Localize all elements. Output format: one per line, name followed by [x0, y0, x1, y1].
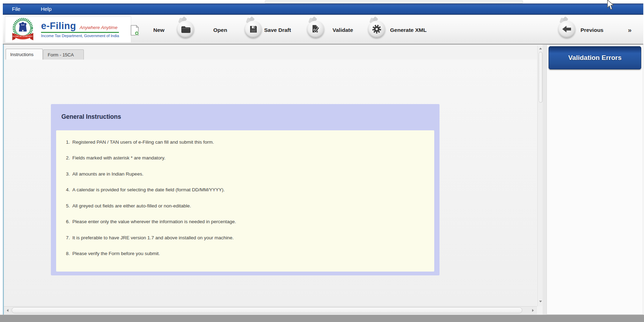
- validation-errors-title: Validation Errors: [568, 54, 622, 62]
- bottom-status-bar: [0, 315, 644, 322]
- scroll-right-arrow[interactable]: [530, 308, 536, 313]
- scroll-left-arrow[interactable]: [5, 308, 10, 313]
- app-window: File Help INCOME TAX DEPARTMENT: [0, 0, 644, 322]
- toolbar-overflow-chevron[interactable]: »: [628, 26, 631, 34]
- income-tax-emblem-icon: INCOME TAX DEPARTMENT: [9, 17, 36, 42]
- new-document-icon[interactable]: [130, 25, 139, 36]
- validation-errors-header: Validation Errors: [549, 46, 641, 69]
- instruction-item: 7.It is preferable to have JRE version 1…: [66, 235, 234, 240]
- top-strip-inset: [265, 0, 523, 4]
- panel-divider: [543, 44, 546, 315]
- validate-button[interactable]: Validate: [333, 27, 353, 33]
- mouse-cursor: [606, 0, 615, 11]
- previous-arrow-icon[interactable]: [558, 21, 575, 37]
- generate-xml-button[interactable]: Generate XML: [390, 27, 427, 33]
- generate-xml-gear-icon[interactable]: [368, 21, 385, 37]
- tab-instructions[interactable]: Instructions: [6, 49, 43, 60]
- general-instructions-title: General Instructions: [61, 113, 121, 121]
- instructions-list-card: 1.Registered PAN / TAN users of e-Filing…: [56, 130, 434, 272]
- toolbar: INCOME TAX DEPARTMENT e-Filing Anywhere …: [3, 15, 643, 44]
- menu-bar: File Help: [3, 4, 643, 15]
- svg-text:INCOME TAX DEPARTMENT: INCOME TAX DEPARTMENT: [13, 35, 33, 37]
- vertical-scrollbar-thumb[interactable]: [539, 52, 543, 103]
- validate-check-icon[interactable]: [307, 21, 324, 37]
- main-panel: Instructions Form - 15CA General Instruc…: [3, 44, 543, 315]
- instruction-item: 4.A calendar is provided for selecting t…: [66, 187, 225, 192]
- open-folder-icon[interactable]: [177, 21, 194, 37]
- horizontal-scrollbar[interactable]: [4, 306, 537, 314]
- save-draft-button[interactable]: Save Draft: [264, 27, 291, 33]
- menu-item-help[interactable]: Help: [36, 6, 56, 12]
- new-button[interactable]: New: [153, 27, 165, 33]
- brand-org-line: Income Tax Department, Government of Ind…: [41, 34, 119, 38]
- brand-tagline: Anywhere Anytime: [80, 25, 118, 30]
- validation-errors-panel: Validation Errors: [546, 44, 643, 315]
- instruction-item: 5.All greyed out fields are either auto-…: [66, 203, 191, 208]
- instructions-content: General Instructions 1.Registered PAN / …: [4, 60, 537, 306]
- horizontal-scrollbar-thumb[interactable]: [12, 307, 522, 313]
- instruction-item: 6.Please enter only the value wherever t…: [66, 219, 236, 224]
- previous-button[interactable]: Previous: [581, 27, 603, 33]
- brand-rule: [41, 32, 119, 33]
- instruction-item: 1.Registered PAN / TAN users of e-Filing…: [66, 139, 214, 145]
- efiling-logo: INCOME TAX DEPARTMENT e-Filing Anywhere …: [5, 16, 131, 43]
- instruction-item: 3.All amounts are in Indian Rupees.: [66, 171, 143, 177]
- instruction-item: 8.Please verify the Form before you subm…: [66, 251, 160, 256]
- tab-form-15ca[interactable]: Form - 15CA: [43, 49, 84, 60]
- brand-title: e-Filing: [41, 21, 76, 31]
- general-instructions-panel: General Instructions 1.Registered PAN / …: [51, 104, 440, 275]
- save-draft-floppy-icon[interactable]: [245, 21, 262, 37]
- instruction-item: 2.Fields marked with asterisk * are mand…: [66, 155, 166, 160]
- open-button[interactable]: Open: [213, 27, 227, 33]
- menu-item-file[interactable]: File: [7, 6, 25, 12]
